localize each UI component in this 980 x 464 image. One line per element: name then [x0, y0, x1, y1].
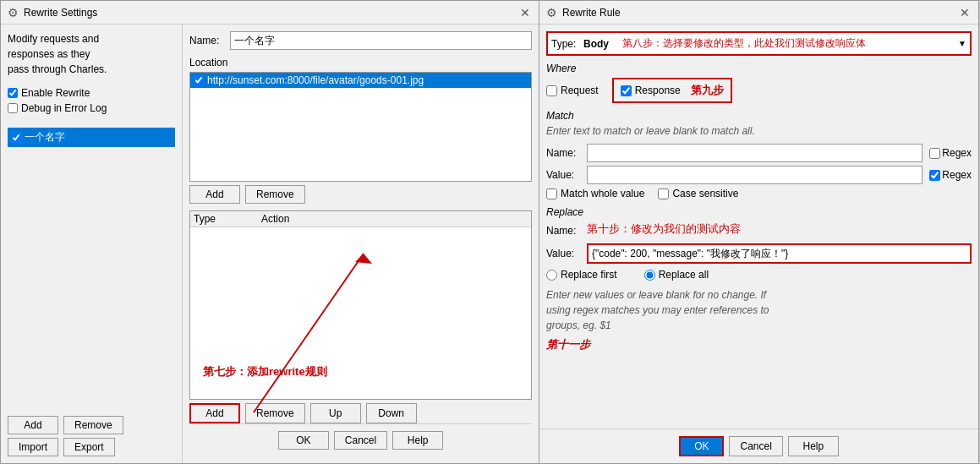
location-item-checkbox[interactable]	[194, 75, 204, 85]
enable-rewrite-label: Enable Rewrite	[21, 87, 90, 99]
footer-text: Enter new values or leave blank for no c…	[546, 287, 972, 353]
replace-radio-row: Replace first Replace all	[546, 269, 972, 281]
right-bottom-buttons: OK Cancel Help	[539, 429, 978, 463]
left-help-button[interactable]: Help	[392, 431, 443, 450]
right-help-button[interactable]: Help	[788, 436, 839, 456]
replace-value-row: Value:	[546, 243, 972, 264]
response-label: Response	[635, 85, 681, 96]
replace-value-input[interactable]	[587, 243, 972, 264]
col-action-header: Action	[261, 213, 528, 225]
sidebar-add-button[interactable]: Add	[8, 416, 58, 434]
sidebar-import-export: Import Export	[8, 438, 175, 456]
settings-icon: ⚙	[8, 6, 19, 19]
replace-value-label: Value:	[546, 248, 580, 259]
col-type-header: Type	[194, 213, 261, 225]
right-content: Type: Body 第八步：选择要修改的类型，此处我们测试修改响应体 ▼ Wh…	[539, 25, 978, 429]
left-ok-button[interactable]: OK	[278, 431, 329, 450]
match-options-row: Match whole value Case sensitive	[546, 188, 972, 199]
location-item[interactable]: http://sunset.com:8000/file/avatar/goods…	[190, 73, 531, 88]
location-section: Location http://sunset.com:8000/file/ava…	[189, 57, 532, 204]
right-panel: ⚙ Rewrite Rule ✕ Type: Body 第八步：选择要修改的类型…	[539, 0, 979, 464]
request-item[interactable]: Request	[546, 85, 599, 96]
match-section: Match Enter text to match or leave blank…	[546, 110, 972, 199]
match-value-regex-checkbox[interactable]	[929, 170, 940, 181]
replace-all-radio-btn[interactable]	[644, 270, 655, 281]
where-checkboxes: Request Response 第九步	[546, 78, 972, 103]
left-titlebar: ⚙ Rewrite Settings ✕	[1, 1, 539, 25]
left-close-button[interactable]: ✕	[518, 6, 532, 19]
debug-log-row[interactable]: Debug in Error Log	[8, 102, 175, 114]
request-checkbox[interactable]	[546, 85, 557, 96]
main-area: Name: 一个名字 Location http://sunset.com:80…	[183, 25, 539, 463]
rules-table-header: Type Action	[190, 211, 531, 227]
match-whole-value[interactable]: Match whole value	[546, 188, 644, 199]
match-name-regex[interactable]: Regex	[929, 147, 972, 159]
left-bottom-buttons: OK Cancel Help	[189, 423, 532, 456]
type-annotation: 第八步：选择要修改的类型，此处我们测试修改响应体	[622, 36, 951, 51]
sidebar-remove-button[interactable]: Remove	[63, 416, 123, 434]
case-sensitive[interactable]: Case sensitive	[658, 188, 738, 199]
response-box[interactable]: Response 第九步	[612, 78, 732, 103]
rules-remove-button[interactable]: Remove	[245, 403, 305, 423]
request-label: Request	[561, 85, 599, 96]
replace-all-label: Replace all	[659, 269, 709, 281]
match-name-label: Name:	[546, 147, 580, 159]
dropdown-arrow-icon[interactable]: ▼	[958, 39, 966, 48]
location-item-url: http://sunset.com:8000/file/avatar/goods…	[207, 74, 424, 86]
replace-label: Replace	[546, 206, 972, 218]
where-label: Where	[546, 63, 972, 74]
response-annotation: 第九步	[691, 83, 724, 98]
type-row: Type: Body 第八步：选择要修改的类型，此处我们测试修改响应体 ▼	[546, 31, 972, 56]
left-title: Rewrite Settings	[24, 7, 97, 19]
match-whole-checkbox[interactable]	[546, 188, 557, 199]
replace-first-radio[interactable]: Replace first	[546, 269, 617, 281]
location-label: Location	[189, 57, 532, 68]
sidebar-item-checkbox[interactable]	[11, 133, 21, 143]
location-remove-button[interactable]: Remove	[245, 185, 305, 204]
rules-down-button[interactable]: Down	[366, 403, 417, 423]
replace-annotation: 第十步：修改为我们的测试内容	[587, 221, 741, 237]
right-cancel-button[interactable]: Cancel	[729, 436, 782, 456]
match-value-input[interactable]	[587, 166, 923, 184]
sidebar-export-button[interactable]: Export	[63, 438, 115, 456]
right-ok-button[interactable]: OK	[679, 436, 724, 456]
location-list: http://sunset.com:8000/file/avatar/goods…	[189, 72, 532, 182]
response-checkbox[interactable]	[621, 85, 632, 96]
match-name-input[interactable]	[587, 144, 923, 162]
match-name-row: Name: Regex	[546, 144, 972, 162]
where-section: Where Request Response 第九步	[546, 63, 972, 103]
left-cancel-button[interactable]: Cancel	[334, 431, 387, 450]
sidebar: Modify requests andresponses as theypass…	[1, 25, 183, 463]
match-label: Match	[546, 110, 972, 122]
enable-rewrite-row[interactable]: Enable Rewrite	[8, 87, 175, 99]
right-title: Rewrite Rule	[562, 7, 621, 19]
rules-add-button[interactable]: Add	[189, 403, 240, 423]
case-sensitive-checkbox[interactable]	[658, 188, 669, 199]
match-name-regex-checkbox[interactable]	[929, 148, 940, 159]
replace-first-radio-btn[interactable]	[546, 270, 557, 281]
case-sensitive-label: Case sensitive	[672, 188, 738, 199]
rules-buttons: Add Remove Up Down	[189, 403, 532, 423]
rules-section: Type Action Add Remove Up Down	[189, 210, 532, 423]
sidebar-list: 一个名字	[8, 128, 175, 409]
rules-table: Type Action	[189, 210, 532, 400]
replace-name-label: Name:	[546, 225, 580, 237]
location-buttons: Add Remove	[189, 185, 532, 204]
match-value-row: Value: Regex	[546, 166, 972, 184]
match-value-regex[interactable]: Regex	[929, 169, 972, 181]
name-input[interactable]: 一个名字	[230, 31, 532, 50]
footer-annotation: 第十一步	[546, 336, 972, 353]
location-add-button[interactable]: Add	[189, 185, 240, 204]
sidebar-list-item[interactable]: 一个名字	[8, 128, 175, 147]
sidebar-item-label: 一个名字	[25, 130, 65, 145]
replace-all-radio[interactable]: Replace all	[644, 269, 709, 281]
match-value-label: Value:	[546, 169, 580, 181]
debug-log-label: Debug in Error Log	[21, 102, 107, 114]
sidebar-import-button[interactable]: Import	[8, 438, 58, 456]
replace-section: Replace Name: 第十步：修改为我们的测试内容 Value: Repl…	[546, 206, 972, 281]
sidebar-description: Modify requests andresponses as theypass…	[8, 31, 175, 77]
right-close-button[interactable]: ✕	[958, 6, 972, 19]
rules-up-button[interactable]: Up	[310, 403, 361, 423]
debug-log-checkbox[interactable]	[8, 103, 18, 113]
enable-rewrite-checkbox[interactable]	[8, 88, 18, 98]
